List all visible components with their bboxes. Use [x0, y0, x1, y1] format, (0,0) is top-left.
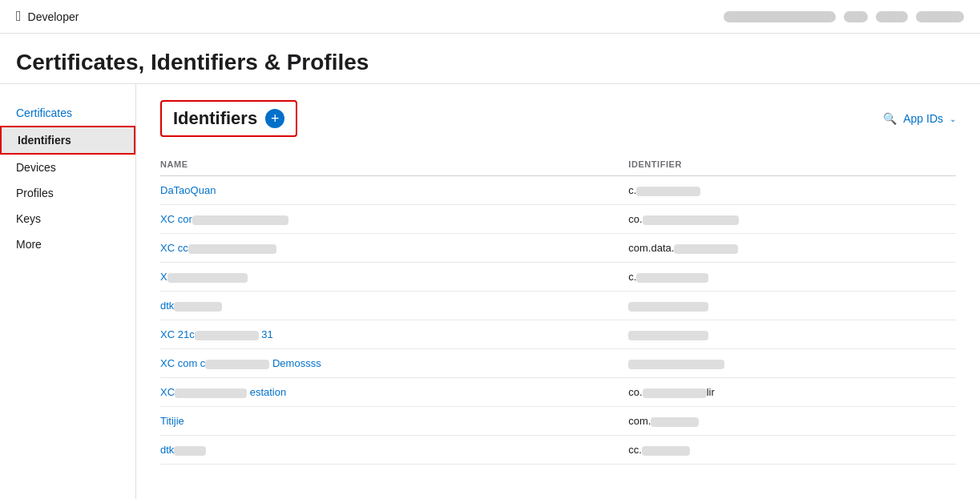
- identifier-blur: [636, 187, 700, 196]
- identifier-prefix: cc.: [628, 444, 642, 456]
- table-row: XC estationco.lir: [160, 378, 956, 407]
- sidebar: Certificates Identifiers Devices Profile…: [0, 84, 136, 499]
- identifier-cell: [628, 320, 956, 349]
- name-blur: [175, 388, 247, 398]
- identifier-cell: co.lir: [628, 378, 956, 407]
- content-header: Identifiers + 🔍 App IDs ⌄: [160, 100, 956, 137]
- identifier-cell: co.: [628, 205, 956, 234]
- name-cell[interactable]: dtk: [160, 436, 628, 465]
- app-ids-dropdown-label: App IDs: [903, 112, 943, 125]
- identifier-name-link[interactable]: Titijie: [160, 415, 184, 427]
- page-title-bar: Certificates, Identifiers & Profiles: [0, 34, 980, 84]
- chevron-down-icon[interactable]: ⌄: [950, 115, 956, 123]
- identifier-name-link[interactable]: DaTaoQuan: [160, 184, 216, 196]
- col-header-name: NAME: [160, 153, 628, 176]
- name-blur: [188, 244, 276, 254]
- identifiers-table: NAME IDENTIFIER DaTaoQuanc.XC corco.XC c…: [160, 153, 956, 465]
- identifier-name-link[interactable]: XC cc: [160, 242, 188, 254]
- identifier-name-link[interactable]: dtk: [160, 300, 174, 312]
- table-row: XC corco.: [160, 205, 956, 234]
- sidebar-item-profiles[interactable]: Profiles: [0, 180, 135, 206]
- identifier-prefix: com.: [628, 415, 651, 427]
- table-row: dtk: [160, 292, 956, 320]
- name-blur: [174, 446, 206, 456]
- identifiers-heading: Identifiers: [173, 108, 257, 129]
- identifier-cell: com.data.: [628, 234, 956, 263]
- add-identifier-button[interactable]: +: [265, 109, 284, 128]
- table-row: Xc.: [160, 263, 956, 292]
- table-row: DaTaoQuanc.: [160, 176, 956, 205]
- identifier-suffix: lir: [707, 386, 715, 398]
- identifier-blur: [628, 331, 708, 340]
- identifier-blur: [628, 302, 708, 312]
- name-cell[interactable]: XC estation: [160, 378, 628, 407]
- identifier-name-link[interactable]: XC cor: [160, 213, 192, 225]
- sidebar-item-devices[interactable]: Devices: [0, 155, 135, 180]
- top-bar:  Developer: [0, 0, 980, 34]
- identifier-cell: [628, 292, 956, 320]
- name-blur: [205, 360, 269, 369]
- identifier-name-link[interactable]: XC: [160, 386, 175, 398]
- name-cell[interactable]: XC cor: [160, 205, 628, 234]
- identifier-prefix: com.data.: [628, 242, 674, 254]
- table-row: Titijiecom.: [160, 407, 956, 436]
- identifier-blur: [651, 417, 699, 427]
- name-suffix: 31: [259, 328, 273, 340]
- identifier-blur: [642, 446, 690, 456]
- table-row: XC cccom.data.: [160, 234, 956, 263]
- name-cell[interactable]: XC 21c 31: [160, 320, 628, 349]
- search-icon[interactable]: 🔍: [883, 112, 897, 125]
- identifier-name-link[interactable]: XC com c: [160, 357, 205, 369]
- identifier-blur: [628, 360, 724, 369]
- name-cell[interactable]: Titijie: [160, 407, 628, 436]
- brand-logo-area:  Developer: [16, 8, 79, 25]
- table-header: NAME IDENTIFIER: [160, 153, 956, 176]
- sidebar-item-more[interactable]: More: [0, 231, 135, 257]
- identifier-cell: c.: [628, 263, 956, 292]
- table-row: XC 21c 31: [160, 320, 956, 349]
- identifier-blur: [643, 388, 707, 398]
- sidebar-item-identifiers[interactable]: Identifiers: [0, 126, 135, 155]
- sidebar-item-keys[interactable]: Keys: [0, 206, 135, 231]
- identifier-cell: com.: [628, 407, 956, 436]
- content-area: Identifiers + 🔍 App IDs ⌄ NAME IDENTIFIE…: [136, 84, 980, 499]
- main-layout: Certificates Identifiers Devices Profile…: [0, 84, 980, 499]
- name-blur: [167, 273, 248, 283]
- user-info-blur: [724, 11, 836, 22]
- brand-label: Developer: [28, 10, 79, 23]
- name-blur: [195, 331, 259, 340]
- name-cell[interactable]: XC cc: [160, 234, 628, 263]
- col-header-identifier: IDENTIFIER: [628, 153, 956, 176]
- name-suffix: Demossss: [269, 357, 321, 369]
- user-extra-blur: [916, 11, 964, 22]
- identifiers-title-wrap: Identifiers +: [160, 100, 297, 137]
- name-blur: [192, 215, 288, 225]
- identifier-prefix: co.: [628, 386, 642, 398]
- identifier-prefix: c.: [628, 184, 636, 196]
- identifier-name-link[interactable]: X: [160, 271, 167, 283]
- identifier-name-link[interactable]: XC 21c: [160, 328, 195, 340]
- sidebar-item-certificates[interactable]: Certificates: [0, 100, 135, 126]
- identifier-blur: [643, 215, 739, 225]
- page-title: Certificates, Identifiers & Profiles: [16, 50, 964, 75]
- identifier-name-link[interactable]: dtk: [160, 444, 174, 456]
- table-body: DaTaoQuanc.XC corco.XC cccom.data.Xc.dtk…: [160, 176, 956, 465]
- identifier-blur: [636, 273, 708, 283]
- top-bar-right: [724, 11, 964, 22]
- name-cell[interactable]: XC com c Demossss: [160, 349, 628, 378]
- filter-area[interactable]: 🔍 App IDs ⌄: [883, 112, 956, 125]
- user-action-blur: [876, 11, 908, 22]
- name-blur: [174, 302, 222, 312]
- identifier-cell: c.: [628, 176, 956, 205]
- name-cell[interactable]: dtk: [160, 292, 628, 320]
- table-row: dtkcc.: [160, 436, 956, 465]
- table-row: XC com c Demossss: [160, 349, 956, 378]
- user-avatar-blur: [844, 11, 868, 22]
- identifier-cell: cc.: [628, 436, 956, 465]
- apple-logo-icon: : [16, 8, 22, 25]
- identifier-cell: [628, 349, 956, 378]
- identifier-prefix: c.: [628, 271, 636, 283]
- name-cell[interactable]: DaTaoQuan: [160, 176, 628, 205]
- name-cell[interactable]: X: [160, 263, 628, 292]
- name-suffix: estation: [247, 386, 286, 398]
